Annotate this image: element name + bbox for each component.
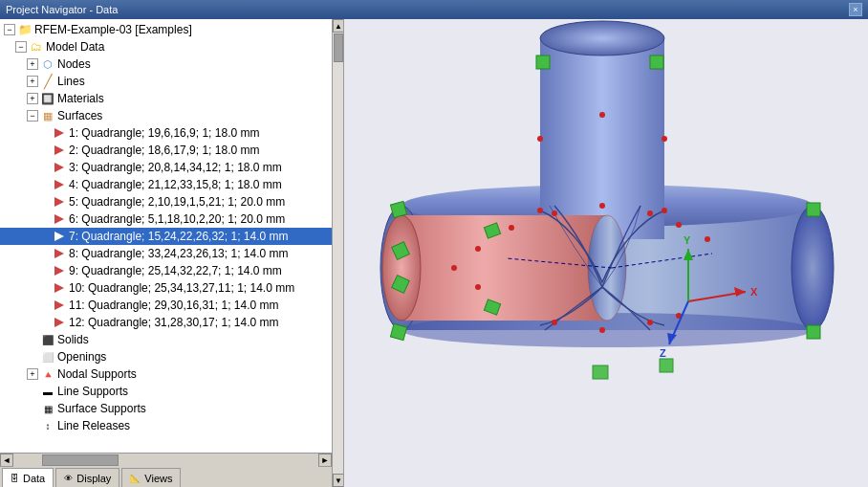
tab-data[interactable]: 🗄 Data [2, 468, 54, 487]
tree-openings[interactable]: ⬜ Openings [0, 348, 332, 365]
svg-point-31 [599, 327, 605, 333]
tree-surface-item-8[interactable]: 8: Quadrangle; 33,24,23,26,13; 1; 14.0 m… [0, 245, 332, 262]
svg-point-26 [552, 210, 557, 216]
svg-text:X: X [750, 286, 758, 298]
close-button[interactable]: × [849, 3, 862, 16]
root-label: RFEM-Example-03 [Examples] [34, 23, 192, 36]
lines-icon: ╱ [40, 75, 55, 88]
surface-icon-9 [52, 264, 67, 277]
tree-nodes[interactable]: + ⬡ Nodes [0, 55, 332, 73]
expand-model[interactable]: − [15, 41, 27, 53]
surfaces-label: Surfaces [57, 109, 102, 122]
nodes-label: Nodes [57, 57, 91, 71]
surface-supports-icon: ▦ [40, 402, 55, 415]
scroll-left-btn[interactable]: ◄ [0, 454, 13, 467]
surface-icon-4 [52, 178, 67, 191]
surface-label-1: 1: Quadrangle; 19,6,16,9; 1; 18.0 mm [69, 126, 259, 140]
tree-nodal-supports[interactable]: + 🔺 Nodal Supports [0, 365, 332, 383]
tree-surface-item-12[interactable]: 12: Quadrangle; 31,28,30,17; 1; 14.0 mm [0, 314, 332, 331]
expand-materials[interactable]: + [27, 93, 38, 104]
openings-label: Openings [57, 350, 106, 364]
nodal-supports-icon: 🔺 [40, 367, 55, 381]
tab-views-icon: 📐 [130, 474, 141, 483]
openings-icon: ⬜ [40, 350, 55, 364]
svg-rect-8 [401, 215, 607, 321]
tab-data-label: Data [23, 473, 45, 484]
model-icon: 🗂 [29, 40, 44, 54]
tree-line-supports[interactable]: ▬ Line Supports [0, 383, 332, 400]
tab-views[interactable]: 📐 Views [121, 468, 181, 487]
svg-point-40 [662, 136, 667, 142]
root-icon: 📁 [17, 23, 33, 36]
tree-surface-item-3[interactable]: 3: Quadrangle; 20,8,14,34,12; 1; 18.0 mm [0, 159, 332, 176]
tree-surface-item-4[interactable]: 4: Quadrangle; 21,12,33,15,8; 1; 18.0 mm [0, 176, 332, 193]
tab-views-label: Views [144, 473, 172, 484]
surface-supports-label: Surface Supports [57, 402, 146, 415]
svg-point-36 [647, 320, 653, 325]
expand-nodes[interactable]: + [27, 58, 38, 70]
tree-surfaces[interactable]: − ▦ Surfaces [0, 107, 332, 124]
surface-label-2: 2: Quadrangle; 18,6,17,9; 1; 18.0 mm [69, 144, 259, 157]
tree-solids[interactable]: ⬛ Solids [0, 331, 332, 348]
svg-point-29 [451, 265, 457, 271]
svg-rect-14 [650, 55, 663, 69]
surface-label-11: 11: Quadrangle; 29,30,16,31; 1; 14.0 mm [69, 299, 278, 312]
surface-label-6: 6: Quadrangle; 5,1,18,10,2,20; 1; 20.0 m… [69, 212, 285, 226]
h-scroll-thumb[interactable] [42, 454, 119, 466]
tree-root[interactable]: − 📁 RFEM-Example-03 [Examples] [0, 21, 332, 38]
tree-surface-item-6[interactable]: 6: Quadrangle; 5,1,18,10,2,20; 1; 20.0 m… [0, 210, 332, 228]
nodes-icon: ⬡ [40, 57, 55, 71]
tree-surface-item-5[interactable]: 5: Quadrangle; 2,10,19,1,5,21; 1; 20.0 m… [0, 193, 332, 210]
tree-surface-supports[interactable]: ▦ Surface Supports [0, 400, 332, 417]
tree-area[interactable]: − 📁 RFEM-Example-03 [Examples] − 🗂 Model… [0, 19, 332, 453]
v-scrollbar[interactable]: ▲ ▼ [332, 19, 343, 487]
svg-point-35 [705, 236, 710, 242]
svg-point-33 [647, 210, 653, 216]
svg-point-41 [662, 208, 667, 213]
svg-rect-15 [390, 201, 406, 217]
svg-point-30 [475, 284, 481, 290]
line-releases-label: Line Releases [57, 419, 130, 432]
expand-root[interactable]: − [4, 24, 15, 35]
surface-label-8: 8: Quadrangle; 33,24,23,26,13; 1; 14.0 m… [69, 247, 289, 260]
model-label: Model Data [46, 40, 104, 54]
surface-icon-2 [52, 144, 67, 157]
scroll-down-btn[interactable]: ▼ [333, 474, 343, 487]
v-scroll-thumb[interactable] [334, 33, 343, 62]
nodal-supports-label: Nodal Supports [57, 367, 137, 381]
h-scroll-track[interactable] [13, 454, 318, 467]
line-supports-label: Line Supports [57, 385, 128, 398]
tree-surface-item-1[interactable]: 1: Quadrangle; 19,6,16,9; 1; 18.0 mm [0, 124, 332, 142]
tree-line-releases[interactable]: ↕ Line Releases [0, 417, 332, 434]
surface-label-4: 4: Quadrangle; 21,12,33,15,8; 1; 18.0 mm [69, 178, 282, 191]
bottom-tabs: 🗄 Data 👁 Display 📐 Views [0, 466, 332, 487]
solids-icon: ⬛ [40, 333, 55, 346]
scroll-right-btn[interactable]: ► [318, 454, 332, 467]
viewport-3d[interactable]: X Y Z [344, 19, 868, 487]
materials-label: Materials [57, 92, 104, 105]
svg-rect-16 [390, 323, 406, 340]
expand-lines[interactable]: + [27, 76, 38, 87]
surface-icon-5 [52, 195, 67, 209]
tree-surface-item-11[interactable]: 11: Quadrangle; 29,30,16,31; 1; 14.0 mm [0, 297, 332, 314]
expand-surfaces[interactable]: − [27, 110, 38, 122]
surface-icon-3 [52, 161, 67, 174]
tree-model-data[interactable]: − 🗂 Model Data [0, 38, 332, 55]
v-scroll-track[interactable] [333, 33, 343, 474]
tree-materials[interactable]: + 🔲 Materials [0, 90, 332, 107]
tree-surface-item-7[interactable]: 7: Quadrangle; 15,24,22,26,32; 1; 14.0 m… [0, 228, 332, 245]
surface-label-12: 12: Quadrangle; 31,28,30,17; 1; 14.0 mm [69, 316, 278, 329]
scroll-up-btn[interactable]: ▲ [333, 19, 343, 33]
tree-surface-item-9[interactable]: 9: Quadrangle; 25,14,32,22,7; 1; 14.0 mm [0, 262, 332, 279]
tree-lines[interactable]: + ╱ Lines [0, 73, 332, 90]
tree-surface-item-10[interactable]: 10: Quadrangle; 25,34,13,27,11; 1; 14.0 … [0, 279, 332, 297]
svg-rect-18 [807, 325, 820, 339]
expand-nodal-supports[interactable]: + [27, 368, 38, 380]
scene-svg: X Y Z [344, 19, 868, 487]
surface-icon-1 [52, 126, 67, 140]
tab-display[interactable]: 👁 Display [55, 468, 119, 487]
h-scrollbar[interactable]: ◄ ► [0, 453, 332, 466]
lines-label: Lines [57, 75, 85, 88]
surface-label-5: 5: Quadrangle; 2,10,19,1,5,21; 1; 20.0 m… [69, 195, 285, 209]
tree-surface-item-2[interactable]: 2: Quadrangle; 18,6,17,9; 1; 18.0 mm [0, 142, 332, 159]
